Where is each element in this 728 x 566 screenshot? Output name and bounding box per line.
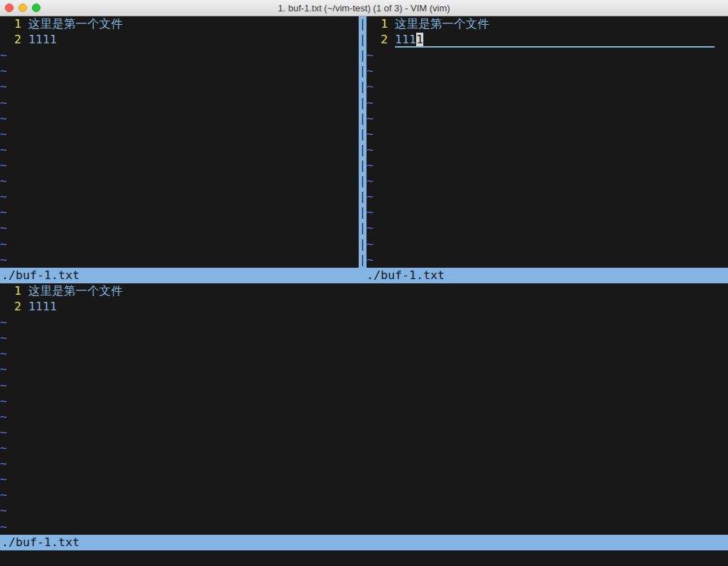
line-text: 111	[395, 33, 416, 46]
line-number: 2	[0, 33, 28, 46]
line-text: 这里是第一个文件	[28, 284, 123, 298]
empty-line: ~	[366, 173, 728, 189]
line-number: 2	[0, 300, 28, 313]
buffer-line: 2 1111	[366, 32, 728, 48]
empty-line: ~	[0, 79, 359, 94]
empty-line: ~	[0, 95, 359, 111]
line-text: 这里是第一个文件	[395, 17, 489, 31]
separator-bar-glyph: |	[359, 173, 366, 189]
vim-split-top-right[interactable]: 1 这里是第一个文件 2 1111~~~~~~~~~~~~~~	[366, 16, 728, 268]
tilde-marker: ~	[0, 96, 7, 109]
tilde-marker: ~	[0, 379, 7, 392]
vertical-split-separator[interactable]: ||||||||||||||||	[359, 16, 366, 268]
empty-line: ~	[0, 330, 728, 346]
tilde-marker: ~	[366, 221, 374, 234]
tilde-marker: ~	[366, 143, 374, 156]
empty-line: ~	[366, 111, 728, 126]
tilde-marker: ~	[0, 457, 7, 470]
empty-line: ~	[0, 252, 359, 268]
tilde-marker: ~	[0, 410, 7, 423]
tilde-marker: ~	[366, 48, 374, 62]
empty-line: ~	[366, 48, 728, 63]
empty-line: ~	[366, 126, 728, 142]
tilde-marker: ~	[0, 394, 7, 408]
separator-bar-glyph: |	[359, 236, 366, 252]
tilde-marker: ~	[0, 520, 7, 533]
tilde-marker: ~	[0, 237, 7, 251]
tilde-marker: ~	[366, 127, 374, 141]
vim-split-bottom[interactable]: 1 这里是第一个文件 2 1111~~~~~~~~~~~~~~	[0, 283, 728, 535]
empty-line: ~	[0, 126, 359, 142]
tilde-marker: ~	[366, 80, 374, 93]
separator-bar-glyph: |	[359, 32, 366, 48]
empty-line: ~	[366, 205, 728, 220]
statusline-filename-bottom: ./buf-1.txt	[1, 535, 80, 550]
separator-bar-glyph: |	[359, 220, 366, 236]
buffer-line: 1 这里是第一个文件	[0, 283, 728, 299]
separator-bar-glyph: |	[359, 126, 366, 142]
tilde-marker: ~	[0, 158, 7, 172]
empty-line: ~	[366, 158, 728, 173]
empty-line: ~	[0, 378, 728, 393]
tilde-marker: ~	[0, 441, 7, 455]
tilde-marker: ~	[0, 127, 7, 141]
separator-bar-glyph: |	[359, 189, 366, 205]
buffer-line: 1 这里是第一个文件	[366, 16, 728, 32]
empty-line: ~	[0, 315, 728, 330]
separator-bar-glyph: |	[359, 158, 366, 173]
line-number: 1	[366, 17, 395, 31]
empty-line: ~	[366, 252, 728, 268]
vim-split-top-left[interactable]: 1 这里是第一个文件 2 1111~~~~~~~~~~~~~~	[0, 16, 359, 268]
tilde-marker: ~	[366, 158, 374, 172]
empty-line: ~	[0, 456, 728, 472]
empty-line: ~	[0, 142, 359, 158]
cursor-block: 1	[416, 33, 423, 46]
tilde-marker: ~	[0, 347, 7, 360]
tilde-marker: ~	[366, 174, 374, 187]
vim-terminal: 1 这里是第一个文件 2 1111~~~~~~~~~~~~~~ ||||||||…	[0, 16, 728, 566]
empty-line: ~	[0, 503, 728, 518]
tilde-marker: ~	[0, 315, 7, 329]
empty-line: ~	[366, 236, 728, 252]
line-text: 这里是第一个文件	[28, 17, 123, 31]
tilde-marker: ~	[366, 111, 374, 125]
empty-line: ~	[0, 189, 359, 205]
empty-line: ~	[0, 173, 359, 189]
vim-app-window: 1. buf-1.txt (~/vim-test) (1 of 3) - VIM…	[0, 0, 728, 566]
statusline-top: ./buf-1.txt ./buf-1.txt	[0, 268, 728, 283]
empty-line: ~	[366, 142, 728, 158]
tilde-marker: ~	[0, 253, 7, 266]
empty-line: ~	[0, 158, 359, 173]
tilde-marker: ~	[0, 362, 7, 376]
titlebar[interactable]: 1. buf-1.txt (~/vim-test) (1 of 3) - VIM…	[0, 0, 728, 16]
empty-line: ~	[0, 236, 359, 252]
tilde-marker: ~	[0, 174, 7, 187]
command-line[interactable]: :vsp	[1, 550, 727, 566]
separator-bar-glyph: |	[359, 63, 366, 79]
tilde-marker: ~	[0, 331, 7, 344]
empty-line: ~	[0, 409, 728, 425]
tilde-marker: ~	[0, 80, 7, 93]
line-number: 1	[0, 284, 28, 298]
tilde-marker: ~	[366, 64, 374, 77]
tilde-marker: ~	[0, 190, 7, 203]
separator-bar-glyph: |	[359, 95, 366, 111]
empty-line: ~	[0, 63, 359, 79]
tilde-marker: ~	[366, 253, 374, 266]
separator-bar-glyph: |	[359, 252, 366, 268]
empty-line: ~	[0, 361, 728, 377]
empty-line: ~	[0, 111, 359, 126]
tilde-marker: ~	[0, 64, 7, 77]
statusline-filename-top-left: ./buf-1.txt	[1, 268, 80, 283]
empty-line: ~	[366, 189, 728, 205]
tilde-marker: ~	[0, 48, 7, 62]
tilde-marker: ~	[0, 488, 7, 501]
line-text: 1111	[28, 300, 57, 313]
empty-line: ~	[0, 440, 728, 456]
line-number: 2	[366, 33, 395, 46]
empty-line: ~	[366, 79, 728, 94]
empty-line: ~	[0, 519, 728, 535]
empty-line: ~	[366, 220, 728, 236]
separator-bar-glyph: |	[359, 48, 366, 63]
line-text: 1111	[28, 33, 57, 46]
